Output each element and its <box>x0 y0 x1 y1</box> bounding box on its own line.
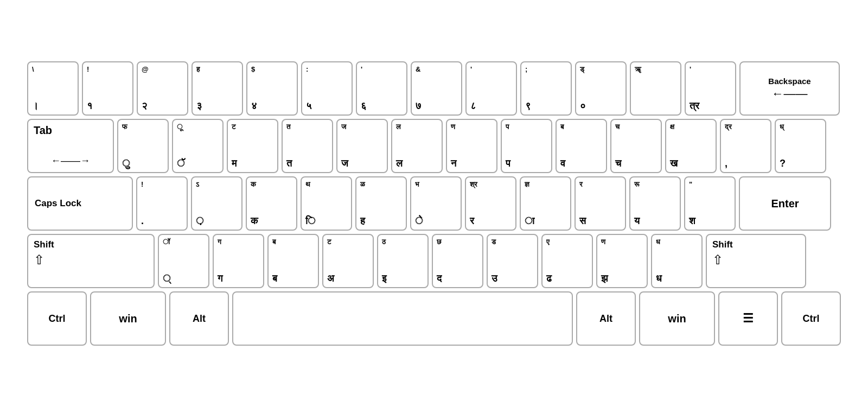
key-j[interactable]: श्र र <box>465 176 516 231</box>
key-f[interactable]: थ ि <box>301 176 352 231</box>
key-b[interactable]: ठ इ <box>377 234 429 288</box>
keyboard-row-5: Ctrl win Alt Alt win ☰ Ctrl <box>27 291 841 346</box>
key-m[interactable]: ड उ <box>487 234 538 288</box>
key-6[interactable]: ' ६ <box>356 61 407 116</box>
ctrl-right-key[interactable]: Ctrl <box>781 291 841 346</box>
key-u[interactable]: ण न <box>446 119 497 173</box>
key-1[interactable]: ! १ <box>82 61 133 116</box>
key-e[interactable]: ट म <box>227 119 278 173</box>
win-left-key[interactable]: win <box>90 291 166 346</box>
key-c[interactable]: ब ब <box>267 234 319 288</box>
key-7[interactable]: & ७ <box>411 61 462 116</box>
caps-lock-key[interactable]: Caps Lock <box>27 176 133 231</box>
key-semicolon[interactable]: रू य <box>629 176 681 231</box>
key-comma[interactable]: ए ढ <box>541 234 593 288</box>
shift-right-key[interactable]: Shift ⇧ <box>706 234 806 288</box>
ctrl-left-key[interactable]: Ctrl <box>27 291 87 346</box>
key-p[interactable]: च च <box>610 119 662 173</box>
key-bracket-close[interactable]: द्र , <box>720 119 771 173</box>
key-slash[interactable]: ध ध <box>651 234 703 288</box>
key-q[interactable]: फ ु <box>117 119 169 173</box>
shift-left-key[interactable]: Shift ⇧ <box>27 234 155 288</box>
key-5[interactable]: : ५ <box>301 61 353 116</box>
key-x[interactable]: ग ग <box>213 234 264 288</box>
keyboard-layout: \ । ! १ @ २ ह ३ $ ४ : ५ ' ६ & ७ <box>16 52 852 355</box>
space-key[interactable] <box>232 291 573 346</box>
key-minus[interactable]: ॠ <box>630 61 681 116</box>
key-4[interactable]: $ ४ <box>246 61 298 116</box>
tab-key[interactable]: Tab ←——→ <box>27 119 114 173</box>
key-0[interactable]: ड् ० <box>575 61 627 116</box>
key-z[interactable]: ॉ ् <box>158 234 209 288</box>
enter-key[interactable]: Enter <box>739 176 831 231</box>
key-backtick[interactable]: \ । <box>27 61 79 116</box>
key-d[interactable]: क क <box>246 176 297 231</box>
key-backslash[interactable]: ध् ? <box>775 119 826 173</box>
keyboard-row-3: Caps Lock ! . ऽ ़ क क थ ि ळ ह भ े श्र र <box>27 176 841 231</box>
alt-left-key[interactable]: Alt <box>169 291 229 346</box>
key-8[interactable]: ' ८ <box>465 61 517 116</box>
key-3[interactable]: ह ३ <box>192 61 243 116</box>
key-s[interactable]: ऽ ़ <box>191 176 242 231</box>
key-quote[interactable]: " श <box>684 176 736 231</box>
key-v[interactable]: ट अ <box>322 234 374 288</box>
key-g[interactable]: ळ ह <box>355 176 407 231</box>
key-r[interactable]: त त <box>282 119 333 173</box>
win-right-key[interactable]: win <box>639 291 715 346</box>
backspace-key[interactable]: Backspace ←—— <box>739 61 840 116</box>
key-bracket-open[interactable]: क्ष ख <box>665 119 717 173</box>
keyboard-row-4: Shift ⇧ ॉ ् ग ग ब ब ट अ ठ इ छ द ड उ <box>27 234 841 288</box>
key-o[interactable]: ब व <box>556 119 607 173</box>
key-2[interactable]: @ २ <box>137 61 188 116</box>
keyboard-row-2: Tab ←——→ फ ु ू ॅ ट म त त ज ज ल ल ण न <box>27 119 841 173</box>
key-n[interactable]: छ द <box>432 234 483 288</box>
key-t[interactable]: ज ज <box>336 119 388 173</box>
key-i[interactable]: प प <box>501 119 552 173</box>
key-a[interactable]: ! . <box>136 176 188 231</box>
key-period[interactable]: ण झ <box>596 234 648 288</box>
keyboard-row-1: \ । ! १ @ २ ह ३ $ ४ : ५ ' ६ & ७ <box>27 61 841 116</box>
alt-right-key[interactable]: Alt <box>576 291 636 346</box>
key-h[interactable]: भ े <box>410 176 462 231</box>
key-y[interactable]: ल ल <box>391 119 443 173</box>
key-w[interactable]: ू ॅ <box>172 119 224 173</box>
key-equals[interactable]: ' त्र <box>685 61 736 116</box>
key-k[interactable]: ज्ञ ा <box>520 176 571 231</box>
menu-key[interactable]: ☰ <box>718 291 778 346</box>
key-9[interactable]: ; ९ <box>520 61 572 116</box>
key-l[interactable]: र स <box>575 176 626 231</box>
